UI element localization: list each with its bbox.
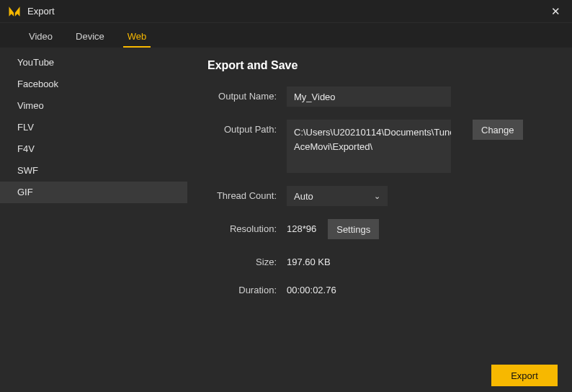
footer: Export bbox=[0, 359, 572, 392]
window-title: Export bbox=[27, 6, 55, 17]
app-logo-icon bbox=[7, 4, 22, 19]
thread-count-value: Auto bbox=[294, 191, 313, 202]
page-title: Export and Save bbox=[207, 59, 552, 72]
row-size: Size: 197.60 KB bbox=[207, 252, 552, 267]
row-thread-count: Thread Count: Auto ⌄ bbox=[207, 186, 552, 206]
sidebar-item-gif[interactable]: GIF bbox=[0, 182, 187, 203]
sidebar: YouTube Facebook Vimeo FLV F4V SWF GIF bbox=[0, 48, 187, 359]
sidebar-item-facebook[interactable]: Facebook bbox=[0, 74, 187, 95]
tabs: Video Device Web bbox=[0, 23, 572, 48]
label-output-path: Output Path: bbox=[207, 120, 287, 135]
sidebar-item-vimeo[interactable]: Vimeo bbox=[0, 95, 187, 117]
sidebar-item-flv[interactable]: FLV bbox=[0, 117, 187, 138]
size-value: 197.60 KB bbox=[287, 252, 331, 267]
tab-device[interactable]: Device bbox=[76, 31, 104, 48]
label-output-name: Output Name: bbox=[207, 86, 287, 102]
label-thread-count: Thread Count: bbox=[207, 186, 287, 201]
resolution-settings-button[interactable]: Settings bbox=[328, 219, 379, 239]
duration-value: 00:00:02.76 bbox=[287, 280, 336, 295]
content-panel: Export and Save Output Name: Output Path… bbox=[187, 48, 572, 359]
change-path-button[interactable]: Change bbox=[473, 120, 523, 140]
sidebar-item-f4v[interactable]: F4V bbox=[0, 138, 187, 160]
output-path-field[interactable]: C:\Users\U20210114\Documents\TunesKit Ac… bbox=[287, 120, 451, 173]
titlebar: Export ✕ bbox=[0, 0, 572, 23]
sidebar-item-swf[interactable]: SWF bbox=[0, 160, 187, 182]
export-body: YouTube Facebook Vimeo FLV F4V SWF GIF E… bbox=[0, 48, 572, 359]
chevron-down-icon: ⌄ bbox=[374, 192, 380, 201]
label-resolution: Resolution: bbox=[207, 219, 287, 234]
row-resolution: Resolution: 128*96 Settings bbox=[207, 219, 552, 239]
row-duration: Duration: 00:00:02.76 bbox=[207, 280, 552, 295]
row-output-path: Output Path: C:\Users\U20210114\Document… bbox=[207, 120, 552, 173]
tab-video[interactable]: Video bbox=[29, 31, 53, 48]
export-button[interactable]: Export bbox=[491, 365, 558, 386]
close-icon[interactable]: ✕ bbox=[546, 2, 565, 21]
resolution-value: 128*96 bbox=[287, 219, 316, 234]
label-size: Size: bbox=[207, 252, 287, 267]
sidebar-item-youtube[interactable]: YouTube bbox=[0, 52, 187, 74]
thread-count-select[interactable]: Auto ⌄ bbox=[287, 186, 388, 206]
output-name-input[interactable] bbox=[287, 86, 451, 107]
label-duration: Duration: bbox=[207, 280, 287, 295]
tab-web[interactable]: Web bbox=[128, 31, 147, 48]
row-output-name: Output Name: bbox=[207, 86, 552, 107]
